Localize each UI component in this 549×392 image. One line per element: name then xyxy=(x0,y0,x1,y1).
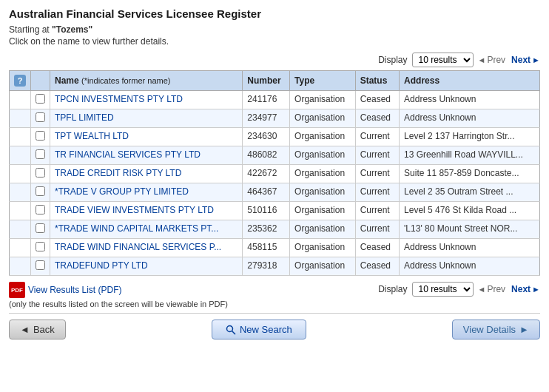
page-title: Australian Financial Services Licensee R… xyxy=(9,7,540,20)
search-icon xyxy=(226,325,236,335)
prev-arrow-bottom: ◄ xyxy=(478,285,486,294)
row-checkbox[interactable] xyxy=(36,223,45,233)
new-search-button[interactable]: New Search xyxy=(212,320,306,339)
row-number-cell: 235362 xyxy=(243,220,290,239)
prev-arrow-top: ◄ xyxy=(478,55,486,64)
prev-button-bottom[interactable]: ◄ Prev xyxy=(478,284,506,294)
row-checkbox[interactable] xyxy=(36,94,45,104)
pdf-link[interactable]: View Results List (PDF) xyxy=(28,285,121,295)
row-checkbox[interactable] xyxy=(36,242,45,251)
row-number-cell: 279318 xyxy=(243,257,290,276)
row-help-cell xyxy=(10,257,31,276)
row-checkbox-cell xyxy=(31,109,50,128)
row-address-cell: Address Unknown xyxy=(400,239,540,257)
row-status-cell: Current xyxy=(355,183,399,202)
row-checkbox-cell xyxy=(31,202,50,220)
row-type-cell: Organisation xyxy=(290,128,356,146)
row-name-cell: TRADE WIND FINANCIAL SERVICES P... xyxy=(50,239,243,257)
row-checkbox-cell xyxy=(31,183,50,202)
row-status-cell: Current xyxy=(355,165,399,183)
results-table: ? Name (*indicates former name) Number T… xyxy=(9,70,540,276)
row-address-cell: Address Unknown xyxy=(400,257,540,276)
row-checkbox[interactable] xyxy=(36,205,45,214)
row-checkbox-cell xyxy=(31,220,50,239)
row-status-cell: Ceased xyxy=(355,239,399,257)
display-select-top[interactable]: 10 results 25 results 50 results xyxy=(412,53,474,67)
row-checkbox-cell xyxy=(31,146,50,165)
display-label-top: Display xyxy=(378,55,407,65)
row-name-cell: TPT WEALTH LTD xyxy=(50,128,243,146)
row-type-cell: Organisation xyxy=(290,146,356,165)
row-name-link[interactable]: TR FINANCIAL SERVICES PTY LTD xyxy=(55,149,201,160)
col-number: Number xyxy=(243,71,290,91)
next-button-bottom[interactable]: Next ► xyxy=(511,284,540,294)
next-button-top[interactable]: Next ► xyxy=(511,55,540,65)
row-address-cell: Level 2 137 Harrington Str... xyxy=(400,128,540,146)
row-type-cell: Organisation xyxy=(290,109,356,128)
prev-button-top[interactable]: ◄ Prev xyxy=(478,55,506,65)
display-select-bottom[interactable]: 10 results 25 results 50 results xyxy=(412,282,474,297)
row-checkbox-cell xyxy=(31,91,50,109)
row-number-cell: 422672 xyxy=(243,165,290,183)
row-name-link[interactable]: TRADE WIND FINANCIAL SERVICES P... xyxy=(55,242,221,252)
row-help-cell xyxy=(10,91,31,109)
pdf-section: PDF View Results List (PDF) (only the re… xyxy=(9,282,228,308)
row-type-cell: Organisation xyxy=(290,165,356,183)
row-checkbox[interactable] xyxy=(36,149,45,159)
row-name-cell: TPFL LIMITED xyxy=(50,109,243,128)
col-name: Name (*indicates former name) xyxy=(50,71,243,91)
row-name-cell: *TRADE WIND CAPITAL MARKETS PT... xyxy=(50,220,243,239)
row-checkbox[interactable] xyxy=(36,168,45,178)
row-name-cell: *TRADE V GROUP PTY LIMITED xyxy=(50,183,243,202)
display-label-bottom: Display xyxy=(378,284,407,294)
table-row: TRADE WIND FINANCIAL SERVICES P...458115… xyxy=(10,239,540,257)
table-row: TR FINANCIAL SERVICES PTY LTD486082Organ… xyxy=(10,146,540,165)
row-name-link[interactable]: *TRADE WIND CAPITAL MARKETS PT... xyxy=(55,223,218,234)
row-number-cell: 234977 xyxy=(243,109,290,128)
click-instruction: Click on the name to view further detail… xyxy=(9,36,540,47)
help-button[interactable]: ? xyxy=(14,75,26,87)
row-name-cell: TR FINANCIAL SERVICES PTY LTD xyxy=(50,146,243,165)
row-help-cell xyxy=(10,220,31,239)
table-row: *TRADE V GROUP PTY LIMITED464367Organisa… xyxy=(10,183,540,202)
table-row: TPFL LIMITED234977OrganisationCeasedAddr… xyxy=(10,109,540,128)
row-name-cell: TRADE CREDIT RISK PTY LTD xyxy=(50,165,243,183)
svg-point-0 xyxy=(226,325,232,331)
row-checkbox[interactable] xyxy=(36,186,45,196)
row-name-link[interactable]: TPFL LIMITED xyxy=(55,112,114,123)
pagination-bottom: ◄ Prev Next ► xyxy=(478,284,540,294)
row-name-link[interactable]: TRADEFUND PTY LTD xyxy=(55,260,148,271)
col-type: Type xyxy=(290,71,356,91)
row-number-cell: 234630 xyxy=(243,128,290,146)
row-name-cell: TPCN INVESTMENTS PTY LTD xyxy=(50,91,243,109)
row-name-link[interactable]: TRADE CREDIT RISK PTY LTD xyxy=(55,168,181,178)
row-checkbox[interactable] xyxy=(36,131,45,141)
row-address-cell: 13 Greenhill Road WAYVILL... xyxy=(400,146,540,165)
view-details-button[interactable]: View Details ► xyxy=(452,320,540,339)
pdf-note: (only the results listed on the screen w… xyxy=(9,300,228,308)
row-checkbox-cell xyxy=(31,257,50,276)
row-type-cell: Organisation xyxy=(290,239,356,257)
row-checkbox[interactable] xyxy=(36,260,45,270)
row-status-cell: Current xyxy=(355,220,399,239)
back-button[interactable]: ◄ Back xyxy=(9,320,66,339)
row-help-cell xyxy=(10,128,31,146)
bottom-row: PDF View Results List (PDF) (only the re… xyxy=(9,282,540,308)
row-type-cell: Organisation xyxy=(290,183,356,202)
row-name-link[interactable]: TPCN INVESTMENTS PTY LTD xyxy=(55,94,183,104)
row-name-link[interactable]: *TRADE V GROUP PTY LIMITED xyxy=(55,186,189,197)
row-name-link[interactable]: TRADE VIEW INVESTMENTS PTY LTD xyxy=(55,205,214,215)
row-type-cell: Organisation xyxy=(290,91,356,109)
row-help-cell xyxy=(10,202,31,220)
top-controls: Display 10 results 25 results 50 results… xyxy=(9,53,540,67)
col-help: ? xyxy=(10,71,31,91)
table-row: TRADE CREDIT RISK PTY LTD422672Organisat… xyxy=(10,165,540,183)
row-status-cell: Ceased xyxy=(355,257,399,276)
pagination-top: ◄ Prev Next ► xyxy=(478,55,540,65)
row-status-cell: Current xyxy=(355,128,399,146)
row-type-cell: Organisation xyxy=(290,202,356,220)
row-name-link[interactable]: TPT WEALTH LTD xyxy=(55,131,129,141)
row-checkbox[interactable] xyxy=(36,112,45,122)
next-arrow-top: ► xyxy=(532,55,540,64)
row-name-cell: TRADEFUND PTY LTD xyxy=(50,257,243,276)
